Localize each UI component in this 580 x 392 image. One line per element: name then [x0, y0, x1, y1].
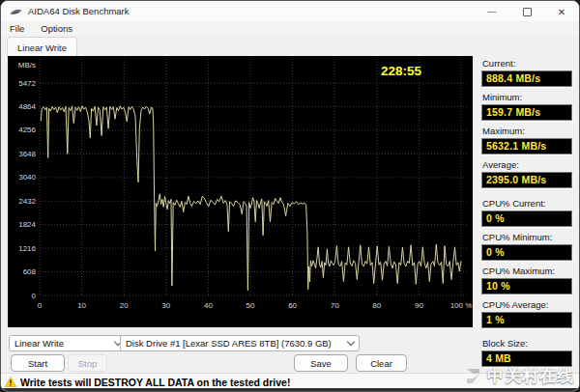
- stat-value: 5632.1 MB/s: [481, 138, 572, 154]
- y-tick-label: 3040: [18, 173, 36, 182]
- stat-value: 1 %: [481, 312, 572, 328]
- minimize-button[interactable]: —: [475, 1, 509, 22]
- stat-label: CPU% Current:: [482, 198, 572, 209]
- stat-label: CPU% Minimum:: [482, 232, 572, 242]
- x-tick-label: 10: [77, 301, 86, 310]
- close-icon: ✕: [558, 7, 566, 17]
- menu-options[interactable]: Options: [41, 23, 72, 34]
- x-tick-label: 80: [372, 301, 381, 310]
- x-tick-label: 60: [288, 301, 297, 310]
- window-bottom-edge: [1, 388, 579, 391]
- stat-maximum: Maximum: 5632.1 MB/s: [481, 126, 572, 154]
- title-bar: AIDA64 Disk Benchmark — ✕: [1, 1, 579, 21]
- y-tick-label: 1824: [18, 220, 36, 229]
- stat-cpu-current: CPU% Current: 0 %: [481, 198, 572, 227]
- stat-label: CPU% Maximum:: [482, 266, 572, 276]
- stat-cpu-average: CPU% Average: 1 %: [481, 299, 572, 328]
- write-speed-line: [41, 106, 461, 291]
- stat-label: Block Size:: [482, 338, 572, 349]
- stat-label: Minimum:: [482, 92, 572, 102]
- close-button[interactable]: ✕: [544, 1, 579, 22]
- maximize-icon: [523, 8, 532, 16]
- x-tick-label: 100 %: [450, 301, 473, 310]
- stop-button[interactable]: Stop: [68, 354, 107, 372]
- clear-button[interactable]: Clear: [356, 354, 407, 372]
- window-controls: — ✕: [475, 1, 579, 22]
- save-button-label: Save: [310, 358, 332, 369]
- stat-value: 2395.0 MB/s: [481, 172, 572, 188]
- y-tick-label: 2432: [18, 197, 36, 206]
- y-tick-label: 608: [23, 267, 37, 276]
- x-tick-label: 40: [204, 301, 213, 310]
- aida64-app-icon: [10, 6, 22, 17]
- zol-watermark: 中关村在线: [464, 365, 574, 387]
- stat-label: Maximum:: [482, 126, 572, 136]
- menu-file[interactable]: File: [10, 23, 24, 34]
- stat-value: 888.4 MB/s: [481, 70, 572, 87]
- stat-cpu-maximum: CPU% Maximum: 10 %: [481, 266, 572, 294]
- y-axis-unit-label: MB/s: [18, 61, 36, 70]
- tab-linear-write[interactable]: Linear Write: [7, 37, 77, 57]
- x-tick-label: 70: [331, 301, 339, 310]
- clear-button-label: Clear: [370, 358, 392, 369]
- app-window: AIDA64 Disk Benchmark — ✕ File Options L…: [0, 0, 580, 392]
- stat-value: 0 %: [481, 244, 572, 261]
- y-tick-label: 4256: [18, 126, 36, 134]
- stat-cpu-minimum: CPU% Minimum: 0 %: [481, 232, 572, 261]
- zol-logo-icon: [464, 368, 485, 384]
- y-tick-label: 0: [32, 292, 37, 300]
- y-tick-label: 1216: [18, 244, 36, 253]
- maximize-button[interactable]: [509, 1, 544, 22]
- menu-bar: File Options: [1, 21, 580, 35]
- stop-button-label: Stop: [78, 358, 98, 369]
- x-tick-label: 20: [120, 301, 129, 310]
- y-tick-label: 3648: [18, 150, 36, 158]
- stat-minimum: Minimum: 159.7 MB/s: [481, 92, 572, 121]
- stat-label: Current:: [482, 58, 572, 69]
- x-tick-label: 0: [38, 301, 43, 310]
- watermark-text: 中关村在线: [487, 365, 574, 387]
- window-title: AIDA64 Disk Benchmark: [28, 6, 130, 16]
- stat-average: Average: 2395.0 MB/s: [481, 159, 572, 188]
- x-tick-label: 30: [161, 301, 170, 310]
- tab-label: Linear Write: [17, 42, 67, 53]
- stat-label: CPU% Average:: [482, 299, 572, 310]
- chart-canvas: 0608121618242432304036484256486454720102…: [8, 56, 473, 327]
- stat-label: Average:: [482, 159, 572, 170]
- stat-value: 0 %: [481, 210, 572, 227]
- stats-sidebar: Current: 888.4 MB/s Minimum: 159.7 MB/s …: [481, 58, 572, 372]
- minimize-icon: —: [488, 7, 497, 16]
- y-tick-label: 5472: [18, 79, 36, 88]
- stat-value: 10 %: [481, 278, 572, 294]
- warning-icon: [5, 377, 16, 387]
- warning-text: Write tests will DESTROY ALL DATA on the…: [20, 377, 290, 388]
- chevron-down-icon: [347, 338, 355, 346]
- stat-value: 159.7 MB/s: [481, 104, 572, 121]
- drive-value: Disk Drive #1 [Lexar SSD ARES 8TB] (7630…: [126, 338, 332, 349]
- stat-current: Current: 888.4 MB/s: [481, 58, 572, 87]
- start-button-label: Start: [28, 358, 47, 369]
- test-type-dropdown[interactable]: Linear Write: [9, 335, 127, 351]
- start-button[interactable]: Start: [11, 354, 65, 372]
- stat-block-size: Block Size: 4 MB: [481, 338, 572, 367]
- test-type-value: Linear Write: [14, 338, 64, 349]
- x-tick-label: 90: [415, 301, 423, 310]
- benchmark-chart: 0608121618242432304036484256486454720102…: [8, 56, 473, 327]
- drive-dropdown[interactable]: Disk Drive #1 [Lexar SSD ARES 8TB] (7630…: [120, 335, 360, 351]
- y-tick-label: 4864: [18, 102, 36, 111]
- elapsed-timer: 228:55: [381, 64, 422, 78]
- save-button[interactable]: Save: [294, 354, 348, 372]
- x-tick-label: 50: [246, 301, 255, 310]
